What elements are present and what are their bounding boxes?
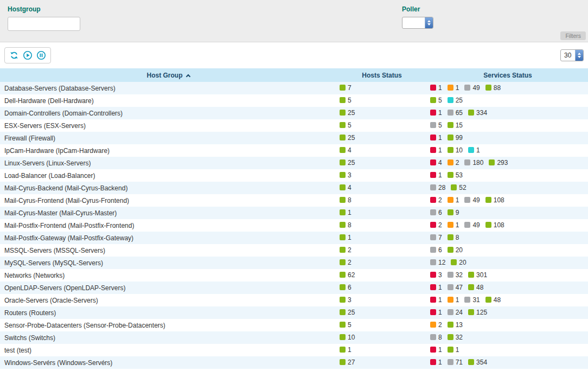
status-badge-up[interactable]: 3 [340,171,351,179]
status-badge-ok[interactable]: 15 [448,121,463,129]
status-badge-ok[interactable]: 9 [448,209,459,216]
hostgroup-input[interactable] [8,17,80,31]
status-badge-up[interactable]: 4 [340,184,351,191]
status-badge-unknown[interactable]: 28 [430,184,445,191]
status-badge-up[interactable]: 8 [340,196,351,204]
status-badge-up[interactable]: 2 [340,259,351,266]
status-badge-up[interactable]: 1 [340,346,351,354]
status-badge-ok[interactable]: 99 [448,134,463,142]
status-badge-up[interactable]: 10 [340,334,355,341]
status-badge-up[interactable]: 2 [340,246,351,254]
status-badge-critical[interactable]: 1 [430,84,442,92]
status-badge-up[interactable]: 8 [340,221,351,229]
status-badge-unknown[interactable]: 49 [464,84,480,92]
status-badge-pending[interactable]: 25 [448,97,463,104]
status-badge-up[interactable]: 27 [340,359,355,366]
status-badge-up[interactable]: 5 [340,321,351,329]
host-group-link[interactable]: Database-Servers (Database-Servers) [4,85,116,92]
status-badge-warning[interactable]: 1 [448,84,459,92]
status-badge-unknown[interactable]: 31 [464,296,480,304]
status-badge-unknown[interactable]: 8 [430,334,442,341]
host-group-link[interactable]: Linux-Servers (Linux-Servers) [4,159,91,167]
status-badge-unknown[interactable]: 5 [430,121,442,129]
status-badge-warning[interactable]: 1 [448,296,459,304]
status-badge-ok[interactable]: 293 [489,159,508,167]
status-badge-warning[interactable]: 2 [430,321,442,329]
status-badge-ok[interactable]: 5 [430,97,442,104]
status-badge-ok[interactable]: 48 [485,296,501,304]
status-badge-critical[interactable]: 1 [430,296,442,304]
status-badge-ok[interactable]: 334 [468,109,487,117]
status-badge-critical[interactable]: 1 [430,109,442,117]
column-header-host-group[interactable]: Host Group [0,68,336,82]
status-badge-unknown[interactable]: 180 [464,159,483,167]
host-group-link[interactable]: Dell-Hardware (Dell-Hardware) [4,97,94,105]
status-badge-unknown[interactable]: 65 [448,109,463,117]
status-badge-unknown[interactable]: 71 [448,359,463,366]
host-group-link[interactable]: Windows-Servérs (Windows-Servérs) [4,359,112,367]
column-header-hosts-status[interactable]: Hosts Status [336,68,427,82]
host-group-link[interactable]: Mail-Cyrus-Backend (Mail-Cyrus-Backend) [4,184,127,192]
status-badge-up[interactable]: 62 [340,271,355,279]
play-icon[interactable] [23,50,33,60]
column-header-services-status[interactable]: Services Status [427,68,588,82]
host-group-link[interactable]: IpCam-Hardware (IpCam-Hardware) [4,147,110,155]
status-badge-warning[interactable]: 2 [448,159,459,167]
status-badge-ok[interactable]: 88 [485,84,501,92]
refresh-icon[interactable] [9,50,19,60]
status-badge-unknown[interactable]: 6 [430,246,442,254]
status-badge-unknown[interactable]: 6 [430,209,442,216]
filters-toggle-button[interactable]: Filters [560,31,586,40]
status-badge-critical[interactable]: 1 [430,309,442,316]
host-group-link[interactable]: Domain-Controllers (Domain-Controllers) [4,110,123,117]
status-badge-up[interactable]: 5 [340,97,351,104]
status-badge-unknown[interactable]: 7 [430,234,442,241]
host-group-link[interactable]: Mail-Postfix-Gateway (Mail-Postfix-Gatew… [4,234,133,242]
status-badge-critical[interactable]: 1 [430,284,442,291]
status-badge-up[interactable]: 25 [340,134,355,142]
pause-icon[interactable] [36,50,46,60]
status-badge-ok[interactable]: 20 [448,246,463,254]
status-badge-critical[interactable]: 1 [430,346,442,354]
status-badge-critical[interactable]: 1 [430,171,442,179]
host-group-link[interactable]: MSSQL-Servers (MSSQL-Servers) [4,247,105,254]
status-badge-warning[interactable]: 1 [448,221,459,229]
status-badge-up[interactable]: 3 [340,296,351,304]
host-group-link[interactable]: Sensor-Probe-Datacenters (Sensor-Probe-D… [4,322,165,329]
status-badge-up[interactable]: 25 [340,159,355,167]
status-badge-ok[interactable]: 48 [468,284,483,291]
host-group-link[interactable]: Routers (Routers) [4,309,56,317]
status-badge-ok[interactable]: 20 [451,259,466,266]
status-badge-unknown[interactable]: 12 [430,259,445,266]
status-badge-up[interactable]: 25 [340,309,355,316]
status-badge-up[interactable]: 4 [340,146,351,154]
status-badge-up[interactable]: 5 [340,121,351,129]
host-group-link[interactable]: ESX-Servers (ESX-Servers) [4,122,86,130]
status-badge-up[interactable]: 25 [340,109,355,117]
status-badge-up[interactable]: 1 [340,209,351,216]
status-badge-ok[interactable]: 125 [468,309,487,316]
status-badge-ok[interactable]: 13 [448,321,463,329]
host-group-link[interactable]: OpenLDAP-Servers (OpenLDAP-Servers) [4,284,125,292]
status-badge-ok[interactable]: 32 [448,334,463,341]
status-badge-up[interactable]: 6 [340,284,351,291]
host-group-link[interactable]: Switchs (Switchs) [4,334,55,342]
status-badge-ok[interactable]: 10 [448,146,463,154]
status-badge-ok[interactable]: 108 [485,221,504,229]
status-badge-critical[interactable]: 1 [430,134,442,142]
status-badge-critical[interactable]: 3 [430,271,442,279]
status-badge-up[interactable]: 1 [340,234,351,241]
status-badge-pending[interactable]: 1 [468,146,480,154]
status-badge-unknown[interactable]: 32 [448,271,463,279]
host-group-link[interactable]: Load-Balancer (Load-Balancer) [4,172,95,180]
status-badge-unknown[interactable]: 47 [448,284,463,291]
status-badge-ok[interactable]: 53 [448,171,463,179]
status-badge-ok[interactable]: 301 [468,271,487,279]
host-group-link[interactable]: Mail-Cyrus-Master (Mail-Cyrus-Master) [4,209,117,217]
status-badge-up[interactable]: 7 [340,84,351,92]
status-badge-critical[interactable]: 4 [430,159,442,167]
host-group-link[interactable]: Networks (Networks) [4,272,65,279]
host-group-link[interactable]: Oracle-Servers (Oracle-Servers) [4,297,98,304]
status-badge-critical[interactable]: 1 [430,146,442,154]
host-group-link[interactable]: Firewall (Firewall) [4,135,55,142]
